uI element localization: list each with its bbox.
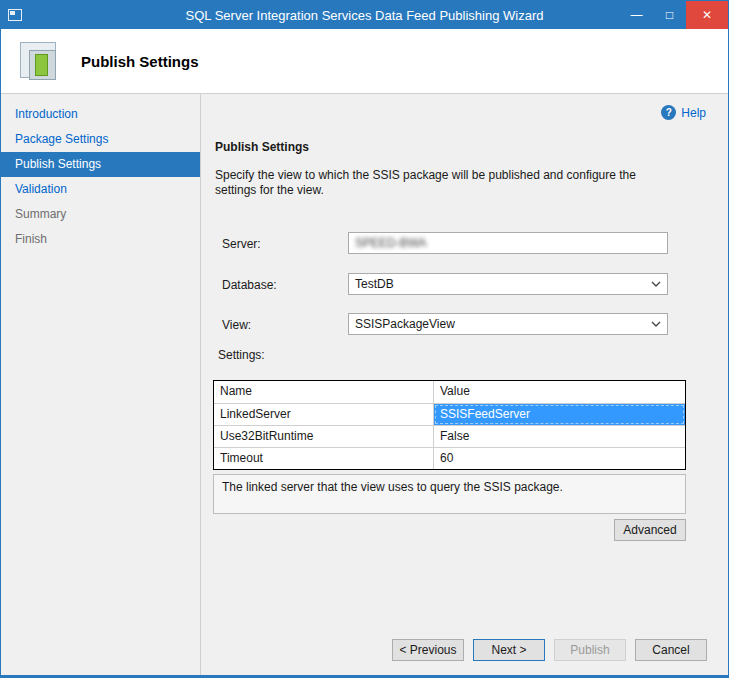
database-value: TestDB (355, 277, 394, 291)
chevron-down-icon (651, 321, 661, 327)
wizard-window: SQL Server Integration Services Data Fee… (0, 0, 729, 678)
wizard-header: Publish Settings (1, 29, 728, 94)
page-title: Publish Settings (81, 53, 199, 70)
sidebar-item-introduction[interactable]: Introduction (1, 102, 200, 127)
database-select[interactable]: TestDB (348, 273, 668, 295)
minimize-button[interactable]: — (620, 1, 653, 29)
view-label: View: (222, 318, 251, 332)
wizard-footer: < Previous Next > Publish Cancel (201, 639, 707, 661)
window-controls: — □ ✕ (620, 1, 728, 29)
sidebar-item-finish: Finish (1, 227, 200, 252)
chevron-down-icon (651, 281, 661, 287)
view-value: SSISPackageView (355, 317, 455, 331)
table-row[interactable]: LinkedServer SSISFeedServer (214, 403, 685, 425)
database-label: Database: (222, 278, 277, 292)
column-header-value: Value (434, 381, 685, 403)
window-title: SQL Server Integration Services Data Fee… (1, 8, 728, 23)
sidebar-item-package-settings[interactable]: Package Settings (1, 127, 200, 152)
sidebar-item-publish-settings[interactable]: Publish Settings (1, 152, 200, 177)
property-description: The linked server that the view uses to … (213, 474, 686, 514)
table-header-row: Name Value (214, 381, 685, 403)
help-icon: ? (661, 105, 676, 120)
wizard-icon-green (35, 54, 48, 76)
help-label: Help (681, 106, 706, 120)
content-heading: Publish Settings (215, 140, 309, 154)
close-button[interactable]: ✕ (686, 1, 728, 29)
table-row[interactable]: Timeout 60 (214, 447, 685, 469)
sidebar-item-summary: Summary (1, 202, 200, 227)
cancel-button[interactable]: Cancel (635, 639, 707, 661)
column-header-name: Name (214, 381, 434, 403)
wizard-steps-sidebar: Introduction Package Settings Publish Se… (1, 94, 201, 675)
property-name: LinkedServer (214, 404, 434, 425)
wizard-icon (17, 39, 63, 83)
maximize-button[interactable]: □ (653, 1, 686, 29)
view-select[interactable]: SSISPackageView (348, 313, 668, 335)
settings-table: Name Value LinkedServer SSISFeedServer U… (213, 380, 686, 470)
server-value: SPEED-BWA (355, 236, 427, 250)
content-description: Specify the view to which the SSIS packa… (215, 168, 677, 198)
property-value[interactable]: False (434, 426, 685, 447)
property-value[interactable]: SSISFeedServer (434, 404, 685, 425)
main-content: ? Help Publish Settings Specify the view… (201, 94, 728, 675)
table-row[interactable]: Use32BitRuntime False (214, 425, 685, 447)
property-name: Use32BitRuntime (214, 426, 434, 447)
property-value[interactable]: 60 (434, 448, 685, 469)
help-link[interactable]: ? Help (661, 105, 706, 120)
titlebar[interactable]: SQL Server Integration Services Data Fee… (1, 1, 728, 29)
advanced-button[interactable]: Advanced (614, 519, 686, 541)
app-icon (8, 9, 22, 21)
property-name: Timeout (214, 448, 434, 469)
next-button[interactable]: Next > (473, 639, 545, 661)
settings-label: Settings: (218, 348, 265, 362)
sidebar-item-validation[interactable]: Validation (1, 177, 200, 202)
publish-button: Publish (554, 639, 626, 661)
server-label: Server: (222, 237, 261, 251)
server-input[interactable]: SPEED-BWA (348, 232, 668, 254)
previous-button[interactable]: < Previous (392, 639, 464, 661)
